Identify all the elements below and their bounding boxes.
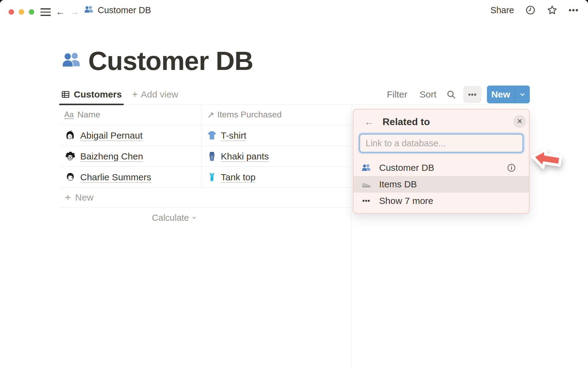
name-cell[interactable]: Abigail Pernaut bbox=[60, 125, 201, 146]
info-button[interactable] bbox=[507, 163, 516, 172]
row-name-link[interactable]: Baizheng Chen bbox=[80, 151, 143, 162]
close-icon: × bbox=[517, 117, 522, 126]
sort-button[interactable]: Sort bbox=[420, 89, 436, 100]
new-row-label: New bbox=[75, 192, 93, 203]
tab-label: Customers bbox=[74, 89, 122, 100]
menu-icon[interactable] bbox=[40, 8, 51, 16]
calculate-label: Calculate bbox=[152, 213, 189, 223]
new-button[interactable]: New bbox=[487, 86, 514, 103]
table-row: Baizheng Chen Khaki pants bbox=[60, 146, 351, 167]
abigail-avatar bbox=[65, 130, 75, 141]
sneaker-icon bbox=[361, 179, 371, 189]
option-customer-db[interactable]: Customer DB bbox=[353, 159, 529, 176]
item-cell[interactable]: T-shirt bbox=[201, 125, 351, 146]
new-button-group: New bbox=[487, 86, 530, 103]
option-items-db[interactable]: Items DB bbox=[353, 176, 529, 193]
text-type-icon: Aa bbox=[64, 110, 74, 119]
related-to-popup: ← Related to × Customer DB bbox=[353, 109, 530, 214]
row-item-link[interactable]: T-shirt bbox=[221, 130, 246, 141]
row-item-link[interactable]: Khaki pants bbox=[221, 151, 269, 162]
page-title-text: Customer DB bbox=[88, 46, 253, 76]
search-icon bbox=[446, 90, 456, 99]
relation-icon: ↗ bbox=[207, 110, 214, 120]
back-button[interactable]: ← bbox=[56, 6, 65, 18]
popup-title: Related to bbox=[383, 116, 430, 128]
add-view-label: Add view bbox=[141, 89, 178, 100]
history-button[interactable] bbox=[525, 5, 536, 15]
red-arrow-icon bbox=[529, 145, 564, 173]
clock-icon bbox=[525, 5, 536, 15]
column-label: Name bbox=[77, 110, 100, 120]
forward-button[interactable]: → bbox=[70, 6, 79, 18]
name-cell[interactable]: Baizheng Chen bbox=[60, 146, 201, 167]
star-icon bbox=[547, 5, 558, 16]
show-more-label: Show 7 more bbox=[379, 196, 433, 206]
baizheng-avatar bbox=[65, 151, 75, 162]
option-label: Customer DB bbox=[379, 163, 434, 173]
plus-icon: + bbox=[132, 90, 138, 99]
new-dropdown-button[interactable] bbox=[514, 86, 530, 103]
name-cell[interactable]: Charlie Summers bbox=[60, 167, 201, 187]
popup-close-button[interactable]: × bbox=[513, 115, 526, 128]
table-row: Abigail Pernaut T-shirt bbox=[60, 125, 351, 146]
column-label: Items Purchased bbox=[217, 110, 281, 120]
tshirt-icon bbox=[207, 131, 217, 140]
people-icon bbox=[84, 5, 94, 16]
filter-button[interactable]: Filter bbox=[387, 89, 407, 100]
table-header-row: Aa Name ↗ Items Purchased bbox=[60, 105, 351, 125]
table-row: Charlie Summers Tank top bbox=[60, 167, 351, 188]
item-cell[interactable]: Tank top bbox=[201, 167, 351, 187]
popup-header: ← Related to × bbox=[353, 109, 529, 128]
table-right-edge-line bbox=[351, 105, 351, 368]
popup-option-list: Customer DB Items DB bbox=[353, 159, 529, 209]
traffic-lights bbox=[9, 9, 34, 15]
data-table: Aa Name ↗ Items Purchased Abigail Pernau… bbox=[60, 105, 351, 228]
view-more-button[interactable]: ••• bbox=[463, 86, 481, 103]
new-row-button[interactable]: + New bbox=[60, 188, 351, 208]
breadcrumb[interactable]: Customer DB bbox=[84, 0, 151, 20]
search-button[interactable] bbox=[446, 90, 456, 99]
share-button[interactable]: Share bbox=[490, 5, 514, 15]
row-name-link[interactable]: Charlie Summers bbox=[80, 172, 151, 182]
column-header-items-purchased[interactable]: ↗ Items Purchased bbox=[201, 105, 351, 125]
window-more-button[interactable]: ••• bbox=[569, 6, 579, 15]
jeans-icon bbox=[207, 151, 217, 161]
people-icon bbox=[61, 50, 81, 71]
row-name-link[interactable]: Abigail Pernaut bbox=[80, 130, 142, 141]
close-window-button[interactable] bbox=[9, 9, 14, 15]
option-label: Items DB bbox=[379, 179, 417, 190]
row-item-link[interactable]: Tank top bbox=[221, 172, 255, 182]
plus-icon: + bbox=[65, 192, 71, 203]
tanktop-icon bbox=[207, 172, 217, 182]
popup-back-button[interactable]: ← bbox=[364, 117, 374, 127]
charlie-avatar bbox=[65, 172, 75, 182]
info-icon bbox=[507, 163, 516, 172]
database-search-input[interactable] bbox=[359, 134, 523, 153]
chevron-down-icon bbox=[191, 215, 197, 220]
ellipsis-icon: ••• bbox=[361, 197, 371, 205]
column-header-name[interactable]: Aa Name bbox=[60, 105, 201, 125]
breadcrumb-label: Customer DB bbox=[98, 5, 151, 15]
show-more-button[interactable]: ••• Show 7 more bbox=[353, 193, 529, 209]
item-cell[interactable]: Khaki pants bbox=[201, 146, 351, 167]
app-window: ← → Customer DB Share bbox=[0, 0, 588, 368]
table-view-icon bbox=[61, 90, 70, 99]
titlebar: ← → Customer DB Share bbox=[0, 0, 588, 20]
calculate-button[interactable]: Calculate bbox=[60, 208, 201, 228]
annotation-arrow bbox=[529, 145, 564, 174]
favorite-button[interactable] bbox=[547, 5, 558, 16]
view-bar: Customers + Add view Filter Sort ••• New bbox=[60, 84, 530, 105]
ellipsis-icon: ••• bbox=[468, 90, 477, 99]
add-view-button[interactable]: + Add view bbox=[132, 89, 178, 100]
zoom-window-button[interactable] bbox=[29, 9, 34, 15]
chevron-down-icon bbox=[519, 91, 526, 98]
minimize-window-button[interactable] bbox=[19, 9, 24, 15]
tab-customers[interactable]: Customers bbox=[60, 84, 123, 105]
page-title[interactable]: Customer DB bbox=[61, 47, 253, 75]
people-icon bbox=[361, 163, 371, 173]
